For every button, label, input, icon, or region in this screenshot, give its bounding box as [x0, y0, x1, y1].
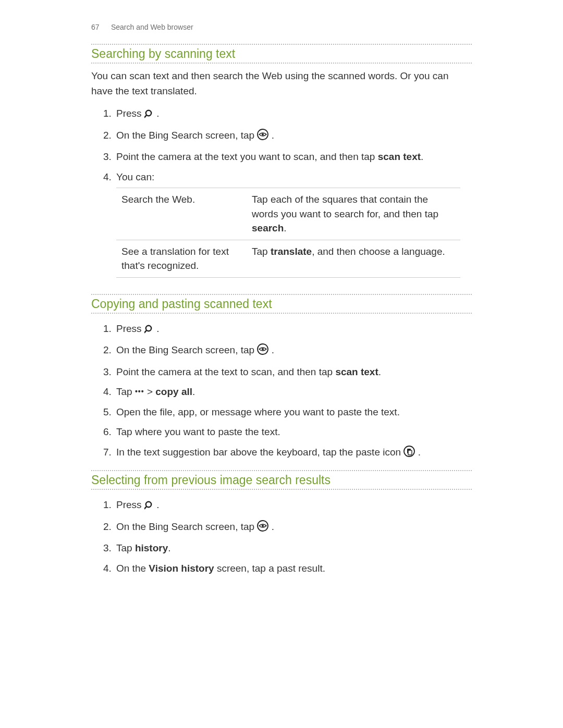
section-intro: You can scan text and then search the We…	[91, 69, 472, 98]
step: You can: Search the Web. Tap each of the…	[114, 167, 472, 280]
eye-circle-icon	[257, 343, 268, 360]
table-row: See a translation for text that's recogn…	[116, 240, 460, 277]
table-cell: Tap translate, and then choose a languag…	[247, 240, 460, 277]
table-cell: Search the Web.	[116, 188, 247, 240]
step: Tap where you want to paste the text.	[114, 422, 472, 442]
eye-circle-icon	[257, 520, 268, 536]
search-icon	[144, 108, 154, 123]
eye-circle-icon	[257, 129, 268, 145]
step: Tap ••• > copy all.	[114, 382, 472, 402]
steps-copy-paste: Press . On the Bing Search screen, tap .…	[91, 319, 472, 464]
steps-scan-search: Press . On the Bing Search screen, tap .…	[91, 104, 472, 280]
section-heading-scan-search: Searching by scanning text	[91, 44, 472, 64]
step: Point the camera at the text you want to…	[114, 147, 472, 167]
step: On the Bing Search screen, tap .	[114, 517, 472, 539]
table-cell: See a translation for text that's recogn…	[116, 240, 247, 277]
header-section: Search and Web browser	[111, 23, 193, 31]
paste-circle-icon	[403, 446, 415, 462]
options-table: Search the Web. Tap each of the squares …	[116, 188, 460, 278]
section-heading-copy-paste: Copying and pasting scanned text	[91, 294, 472, 314]
search-icon	[144, 323, 154, 338]
step: Press .	[114, 104, 472, 126]
step: Press .	[114, 495, 472, 517]
more-icon: •••	[135, 387, 144, 396]
step: Press .	[114, 319, 472, 341]
step: On the Bing Search screen, tap .	[114, 340, 472, 362]
section-heading-previous-results: Selecting from previous image search res…	[91, 470, 472, 490]
running-header: 67 Search and Web browser	[91, 23, 472, 31]
step: On the Bing Search screen, tap .	[114, 126, 472, 147]
search-icon	[144, 499, 154, 514]
table-cell: Tap each of the squares that contain the…	[247, 188, 460, 240]
page: 67 Search and Web browser Searching by s…	[0, 0, 563, 728]
step: Point the camera at the text to scan, an…	[114, 362, 472, 382]
table-row: Search the Web. Tap each of the squares …	[116, 188, 460, 240]
step: Open the file, app, or message where you…	[114, 402, 472, 423]
step: In the text suggestion bar above the key…	[114, 442, 472, 464]
steps-previous-results: Press . On the Bing Search screen, tap .…	[91, 495, 472, 578]
step: Tap history.	[114, 538, 472, 559]
page-number: 67	[91, 23, 109, 31]
step: On the Vision history screen, tap a past…	[114, 559, 472, 579]
